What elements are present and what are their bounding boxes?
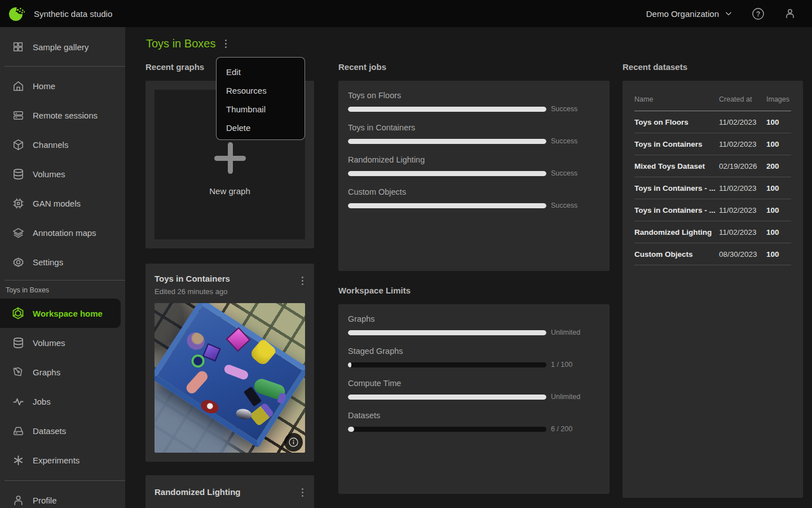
sidebar-item-annotation-maps[interactable]: Annotation maps bbox=[0, 218, 125, 247]
sidebar-item-label: Volumes bbox=[33, 169, 65, 179]
dataset-row[interactable]: Mixed Toys Dataset 02/19/2026 200 bbox=[634, 155, 791, 177]
sidebar-item-label: Annotation maps bbox=[33, 228, 96, 238]
job-row[interactable]: Custom Objects Success bbox=[348, 187, 600, 209]
graph-card-title: Randomized Lighting bbox=[155, 487, 305, 497]
sidebar-item-workspace-home[interactable]: Workspace home bbox=[0, 299, 121, 328]
cube-icon bbox=[11, 138, 25, 151]
sidebar-item-channels[interactable]: Channels bbox=[0, 130, 125, 159]
sidebar-item-gan-models[interactable]: GAN models bbox=[0, 189, 125, 218]
sidebar-item-label: GAN models bbox=[33, 199, 81, 208]
job-name: Randomized Lighting bbox=[348, 155, 600, 164]
sidebar-item-ws-jobs[interactable]: Jobs bbox=[0, 387, 125, 416]
toy-shape bbox=[184, 369, 210, 396]
workspace-section-label: Toys in Boxes bbox=[0, 281, 125, 299]
dataset-created-at: 11/02/2023 bbox=[719, 228, 766, 237]
thumbnail-info-button[interactable] bbox=[284, 433, 303, 452]
context-menu-item-edit[interactable]: Edit bbox=[217, 63, 304, 81]
limit-name: Staged Graphs bbox=[348, 347, 600, 356]
job-row[interactable]: Randomized Lighting Success bbox=[348, 155, 600, 177]
job-row[interactable]: Toys in Containers Success bbox=[348, 123, 600, 145]
sidebar-item-ws-datasets[interactable]: Datasets bbox=[0, 416, 125, 445]
sidebar-item-label: Volumes bbox=[33, 338, 65, 348]
limit-progress-track bbox=[348, 362, 546, 367]
layers-icon bbox=[11, 226, 25, 239]
toy-shape bbox=[199, 398, 220, 415]
svg-text:?: ? bbox=[756, 10, 761, 17]
dataset-name: Custom Objects bbox=[634, 250, 719, 259]
drive-icon bbox=[11, 424, 25, 437]
app-window: Synthetic data studio Demo Organization … bbox=[0, 0, 812, 508]
context-menu-item-delete[interactable]: Delete bbox=[217, 119, 304, 137]
toy-shape bbox=[223, 364, 249, 381]
graph-card-toys-in-containers[interactable]: Toys in Containers Edited 26 minutes ago bbox=[145, 264, 314, 462]
job-progress-track bbox=[348, 107, 546, 112]
pen-nib-icon bbox=[11, 365, 25, 379]
sidebar-item-sample-gallery[interactable]: Sample gallery bbox=[0, 32, 125, 62]
toy-tray-graphic bbox=[155, 303, 305, 448]
limit-value: Unlimited bbox=[551, 393, 580, 401]
toy-shape bbox=[249, 338, 277, 367]
sidebar-item-settings[interactable]: Settings bbox=[0, 247, 125, 277]
job-status: Success bbox=[551, 105, 577, 113]
limit-name: Compute Time bbox=[348, 379, 600, 388]
topbar-actions: Demo Organization ? bbox=[646, 7, 796, 20]
dataset-created-at: 11/02/2023 bbox=[719, 184, 766, 192]
job-name: Custom Objects bbox=[348, 187, 600, 196]
job-progress-fill bbox=[348, 139, 546, 144]
plus-icon bbox=[214, 142, 246, 174]
graph-thumbnail-image bbox=[155, 303, 305, 453]
app-title: Synthetic data studio bbox=[34, 9, 112, 19]
gear-icon bbox=[11, 255, 25, 269]
graph-card-kebab-button[interactable] bbox=[300, 275, 305, 287]
dataset-created-at: 11/02/2023 bbox=[719, 140, 766, 148]
dataset-row[interactable]: Toys in Containers - ... 11/02/2023 100 bbox=[634, 177, 791, 199]
sidebar-item-ws-volumes[interactable]: Volumes bbox=[0, 328, 125, 357]
dataset-images-count: 100 bbox=[766, 118, 791, 126]
home-icon bbox=[11, 79, 25, 93]
limit-progress-track bbox=[348, 330, 546, 335]
context-menu-item-thumbnail[interactable]: Thumbnail bbox=[217, 100, 304, 119]
page-kebab-menu-button[interactable] bbox=[223, 38, 228, 50]
organization-name: Demo Organization bbox=[646, 9, 719, 19]
sidebar-item-profile[interactable]: Profile bbox=[0, 485, 125, 508]
sidebar-item-ws-graphs[interactable]: Graphs bbox=[0, 357, 125, 387]
user-profile-button[interactable] bbox=[784, 7, 796, 20]
dataset-row[interactable]: Toys in Containers - ... 11/02/2023 100 bbox=[634, 199, 791, 221]
dataset-row[interactable]: Toys in Containers 11/02/2023 100 bbox=[634, 133, 791, 155]
app-logo-icon bbox=[8, 5, 26, 23]
recent-jobs-panel: Toys on Floors Success Toys in Container… bbox=[338, 81, 610, 271]
sidebar-item-remote-sessions[interactable]: Remote sessions bbox=[0, 100, 125, 130]
graph-card-kebab-button[interactable] bbox=[300, 487, 305, 498]
job-progress-track bbox=[348, 139, 546, 144]
dataset-name: Randomized Lighting bbox=[634, 228, 719, 237]
job-row[interactable]: Toys on Floors Success bbox=[348, 91, 600, 113]
sidebar-divider bbox=[5, 480, 125, 481]
dataset-row[interactable]: Randomized Lighting 11/02/2023 100 bbox=[634, 221, 791, 243]
organization-switcher[interactable]: Demo Organization bbox=[646, 9, 732, 19]
help-button[interactable]: ? bbox=[752, 7, 765, 20]
job-status: Success bbox=[551, 169, 577, 177]
sidebar-item-home[interactable]: Home bbox=[0, 71, 125, 100]
graph-card-randomized-lighting[interactable]: Randomized Lighting bbox=[145, 475, 314, 508]
job-progress-fill bbox=[348, 203, 546, 208]
limit-progress-track bbox=[348, 427, 546, 432]
activity-icon bbox=[11, 395, 25, 408]
sidebar-item-label: Workspace home bbox=[33, 309, 103, 318]
toy-shape bbox=[184, 329, 208, 353]
datasets-table-header: Name Created at Images bbox=[634, 87, 791, 111]
toy-shape bbox=[227, 329, 249, 350]
dataset-row[interactable]: Custom Objects 08/30/2023 100 bbox=[634, 243, 791, 265]
column-header-created-at: Created at bbox=[719, 95, 766, 103]
sidebar-item-ws-experiments[interactable]: Experiments bbox=[0, 445, 125, 475]
context-menu-item-resources[interactable]: Resources bbox=[217, 81, 304, 100]
page-title: Toys in Boxes bbox=[146, 37, 215, 50]
dataset-row[interactable]: Toys on Floors 11/02/2023 100 bbox=[634, 111, 791, 133]
sidebar-item-volumes[interactable]: Volumes bbox=[0, 159, 125, 189]
limit-progress-fill bbox=[348, 362, 351, 367]
job-progress-fill bbox=[348, 171, 546, 176]
recent-datasets-heading: Recent datasets bbox=[623, 62, 803, 72]
limit-progress-fill bbox=[348, 395, 546, 400]
dataset-images-count: 100 bbox=[766, 250, 791, 259]
limit-value: 1 / 100 bbox=[551, 361, 572, 369]
database-icon bbox=[11, 336, 25, 349]
